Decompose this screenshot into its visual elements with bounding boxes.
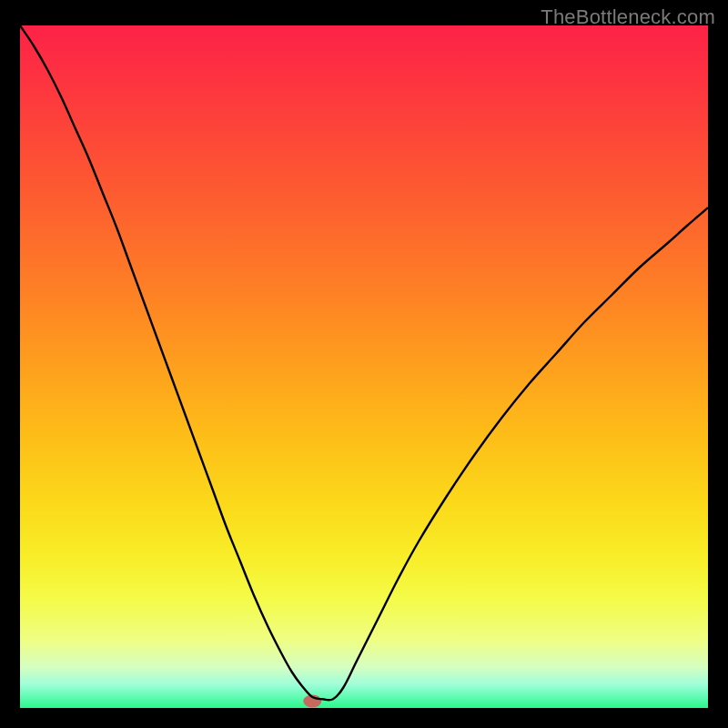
- chart-container: TheBottleneck.com: [0, 0, 728, 728]
- chart-background: [20, 25, 708, 708]
- chart-svg: [20, 25, 708, 708]
- watermark-label: TheBottleneck.com: [541, 5, 715, 29]
- bottleneck-curve-chart: [20, 25, 708, 708]
